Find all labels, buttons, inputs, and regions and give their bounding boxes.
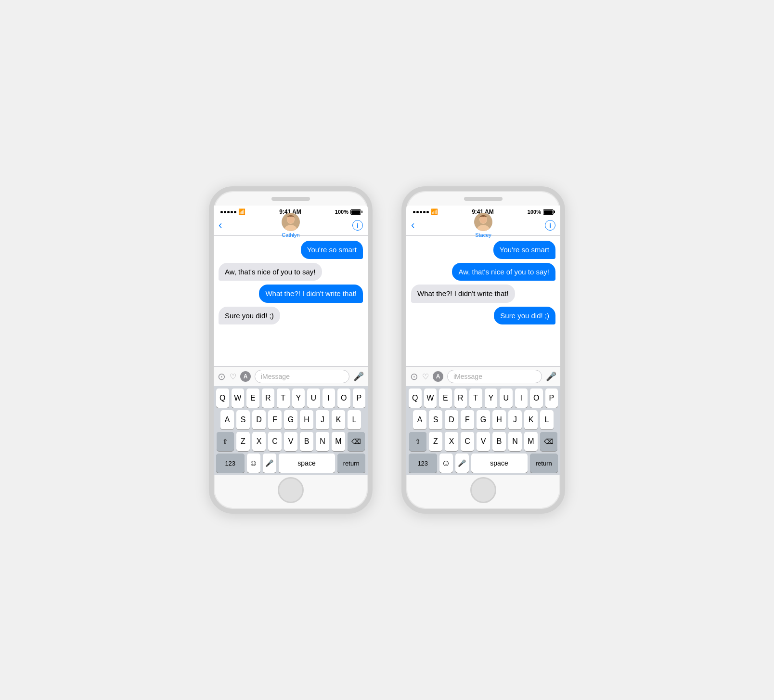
- key-D[interactable]: D: [252, 410, 266, 429]
- bubble-received: Aw, that's nice of you to say!: [219, 263, 322, 281]
- key-Z[interactable]: Z: [236, 432, 250, 451]
- back-button-2[interactable]: ‹: [411, 219, 414, 232]
- wifi-icon-1: 📶: [238, 208, 245, 215]
- contact-name-2[interactable]: Stacey: [475, 232, 491, 238]
- keyboard-row-2: A S D F G H J K L: [214, 408, 368, 429]
- key-I2[interactable]: I: [515, 389, 528, 408]
- key-123[interactable]: 123: [216, 454, 245, 473]
- key-G2[interactable]: G: [477, 410, 490, 429]
- key-D2[interactable]: D: [445, 410, 458, 429]
- key-S2[interactable]: S: [429, 410, 442, 429]
- mic-icon-1[interactable]: 🎤: [353, 371, 364, 382]
- key-Q[interactable]: Q: [216, 389, 229, 408]
- key-N[interactable]: N: [316, 432, 329, 451]
- message-row: Sure you did! ;): [411, 307, 555, 325]
- info-button-1[interactable]: i: [352, 220, 363, 231]
- back-chevron-2: ‹: [411, 219, 414, 232]
- contact-name-1[interactable]: Cathlyn: [282, 232, 299, 238]
- signal-1: [220, 211, 236, 213]
- message-input-1[interactable]: iMessage: [255, 370, 349, 383]
- key-Q2[interactable]: Q: [409, 389, 422, 408]
- appstore-icon-1[interactable]: A: [240, 371, 251, 382]
- message-row: Aw, that's nice of you to say!: [219, 263, 363, 281]
- phones-container: 📶 9:41 AM 100% ‹: [209, 186, 565, 514]
- key-R2[interactable]: R: [454, 389, 467, 408]
- keyboard-1: Q W E R T Y U I O P A S D F G H: [214, 386, 368, 475]
- key-Y[interactable]: Y: [292, 389, 305, 408]
- key-L2[interactable]: L: [540, 410, 554, 429]
- emoji-key[interactable]: ☺: [247, 454, 260, 473]
- emoji-key-2[interactable]: ☺: [439, 454, 453, 473]
- camera-icon-1[interactable]: ⊙: [218, 371, 226, 382]
- key-M2[interactable]: M: [524, 432, 538, 451]
- message-input-2[interactable]: iMessage: [447, 370, 542, 383]
- key-V[interactable]: V: [284, 432, 297, 451]
- key-P2[interactable]: P: [545, 389, 558, 408]
- key-X[interactable]: X: [252, 432, 266, 451]
- key-L[interactable]: L: [348, 410, 361, 429]
- key-K[interactable]: K: [332, 410, 345, 429]
- key-V2[interactable]: V: [477, 432, 490, 451]
- key-T[interactable]: T: [277, 389, 290, 408]
- key-U[interactable]: U: [307, 389, 320, 408]
- key-J2[interactable]: J: [508, 410, 522, 429]
- key-W[interactable]: W: [232, 389, 245, 408]
- key-O2[interactable]: O: [530, 389, 543, 408]
- key-I[interactable]: I: [322, 389, 335, 408]
- key-E[interactable]: E: [246, 389, 259, 408]
- keyboard-row-4: 123 ☺ 🎤 space return: [406, 451, 560, 475]
- info-button-2[interactable]: i: [545, 220, 555, 231]
- keyboard-2: Q W E R T Y U I O P A S D F G H: [406, 386, 560, 475]
- backspace-key-2[interactable]: ⌫: [540, 432, 557, 451]
- shift-key-2[interactable]: ⇧: [409, 432, 426, 451]
- key-W2[interactable]: W: [424, 389, 437, 408]
- bubble-received: Sure you did! ;): [219, 307, 280, 325]
- key-N2[interactable]: N: [508, 432, 522, 451]
- svg-point-3: [287, 216, 294, 223]
- bubble-received: What the?! I didn't write that!: [411, 285, 515, 303]
- input-bar-1: ⊙ ♡ A iMessage 🎤: [214, 366, 368, 386]
- heartbeat-icon-1[interactable]: ♡: [230, 372, 236, 381]
- key-Y2[interactable]: Y: [485, 389, 498, 408]
- backspace-key[interactable]: ⌫: [348, 432, 365, 451]
- key-B[interactable]: B: [300, 432, 313, 451]
- key-U2[interactable]: U: [500, 389, 513, 408]
- key-S[interactable]: S: [236, 410, 250, 429]
- return-key[interactable]: return: [337, 454, 366, 473]
- key-B2[interactable]: B: [492, 432, 506, 451]
- appstore-icon-2[interactable]: A: [433, 371, 443, 382]
- shift-key[interactable]: ⇧: [217, 432, 234, 451]
- mic-icon-2[interactable]: 🎤: [546, 371, 556, 382]
- key-F[interactable]: F: [268, 410, 282, 429]
- key-X2[interactable]: X: [445, 432, 458, 451]
- space-key[interactable]: space: [279, 454, 335, 473]
- mic-key-2[interactable]: 🎤: [455, 454, 469, 473]
- key-C[interactable]: C: [268, 432, 282, 451]
- key-C2[interactable]: C: [461, 432, 474, 451]
- key-A[interactable]: A: [220, 410, 234, 429]
- key-F2[interactable]: F: [461, 410, 474, 429]
- key-M[interactable]: M: [332, 432, 345, 451]
- heartbeat-icon-2[interactable]: ♡: [422, 372, 429, 381]
- nav-bar-1: ‹ Cathlyn i: [214, 217, 368, 236]
- key-R[interactable]: R: [262, 389, 275, 408]
- key-O[interactable]: O: [337, 389, 350, 408]
- return-key-2[interactable]: return: [530, 454, 558, 473]
- space-key-2[interactable]: space: [471, 454, 528, 473]
- key-H2[interactable]: H: [492, 410, 506, 429]
- key-J[interactable]: J: [316, 410, 329, 429]
- camera-icon-2[interactable]: ⊙: [410, 371, 418, 382]
- key-K2[interactable]: K: [524, 410, 538, 429]
- key-A2[interactable]: A: [413, 410, 426, 429]
- key-H[interactable]: H: [300, 410, 313, 429]
- key-P[interactable]: P: [353, 389, 366, 408]
- keyboard-row-3: ⇧ Z X C V B N M ⌫: [406, 429, 560, 451]
- status-right-1: 100%: [335, 209, 361, 215]
- key-G[interactable]: G: [284, 410, 297, 429]
- key-T2[interactable]: T: [469, 389, 482, 408]
- mic-key[interactable]: 🎤: [263, 454, 276, 473]
- key-123-2[interactable]: 123: [409, 454, 437, 473]
- key-Z2[interactable]: Z: [429, 432, 442, 451]
- back-button-1[interactable]: ‹: [219, 219, 222, 232]
- key-E2[interactable]: E: [439, 389, 452, 408]
